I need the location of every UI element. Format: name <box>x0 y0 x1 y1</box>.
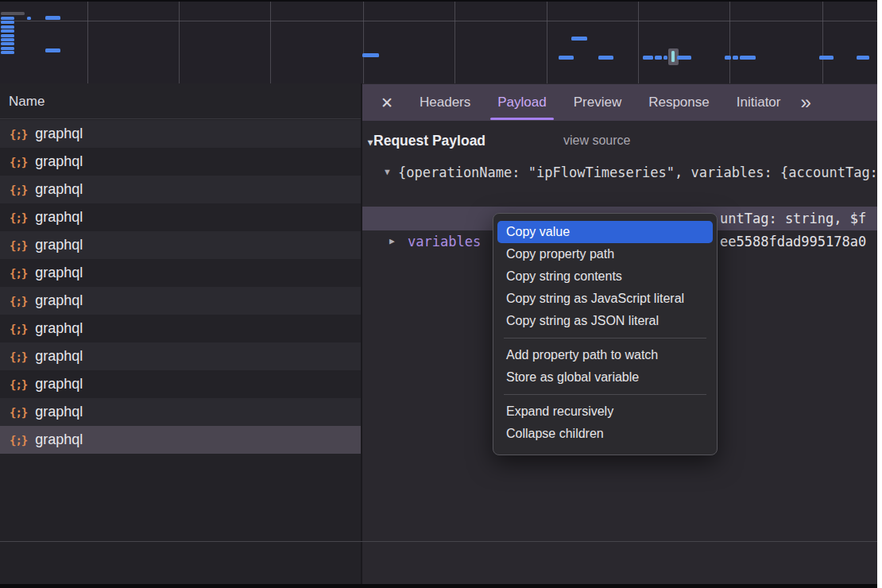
network-request-row[interactable]: {;}graphql <box>0 120 361 148</box>
overview-gridline <box>455 2 455 83</box>
context-menu-item[interactable]: Collapse children <box>493 423 717 445</box>
overview-request-bar <box>1 17 14 20</box>
overview-request-bar <box>733 56 738 60</box>
overview-request-bar <box>1 21 14 24</box>
more-tabs-icon[interactable]: » <box>800 84 810 121</box>
request-name-label: graphql <box>35 126 83 142</box>
tab-preview[interactable]: Preview <box>560 84 635 121</box>
overview-request-bar <box>1 51 14 54</box>
network-request-row[interactable]: {;}graphql <box>0 287 361 315</box>
view-source-link[interactable]: view source <box>563 131 630 150</box>
overview-gridline <box>729 2 730 83</box>
property-string-value-right: untTag: string, $f <box>720 207 866 230</box>
network-request-row[interactable]: {;}graphql <box>0 176 361 203</box>
overview-request-bar <box>725 56 731 60</box>
overview-request-bar <box>1 25 14 29</box>
screenshot-root: Name {;}graphql{;}graphql{;}graphql{;}gr… <box>0 0 882 588</box>
context-menu-item[interactable]: Store as global variable <box>493 366 717 389</box>
payload-preview-row[interactable]: ▼ {operationName: "ipFlowTimeseries", va… <box>362 161 877 184</box>
overview-gridline <box>822 2 823 83</box>
context-menu-item[interactable]: Copy string contents <box>493 265 717 288</box>
request-name-label: graphql <box>35 209 83 226</box>
overview-request-bar <box>663 56 667 60</box>
overview-request-bar <box>857 56 869 60</box>
overview-request-bar <box>362 53 379 57</box>
overview-request-bar <box>677 56 691 60</box>
network-request-row[interactable]: {;}graphql <box>0 203 361 231</box>
menu-separator <box>504 338 706 338</box>
request-name-label: graphql <box>35 320 83 337</box>
detail-tab-bar: ✕ HeadersPayloadPreviewResponseInitiator… <box>362 84 877 121</box>
overview-request-bar <box>45 16 60 20</box>
request-payload-section-header[interactable]: ▾Request Payload <box>368 131 485 150</box>
json-braces-icon: {;} <box>10 378 27 391</box>
collapsed-triangle-icon[interactable]: ▶ <box>389 230 395 253</box>
overview-request-bar <box>1 38 14 41</box>
tab-response[interactable]: Response <box>635 84 723 121</box>
json-braces-icon: {;} <box>10 406 27 419</box>
overview-horizontal-gridline <box>0 21 877 21</box>
context-menu: Copy valueCopy property pathCopy string … <box>493 213 718 455</box>
menu-separator <box>504 394 706 395</box>
request-name-label: graphql <box>35 431 83 448</box>
json-braces-icon: {;} <box>10 128 27 141</box>
tab-initiator[interactable]: Initiator <box>723 84 795 121</box>
request-name-label: graphql <box>35 348 83 365</box>
network-request-row[interactable]: {;}graphql <box>0 259 361 287</box>
request-name-label: graphql <box>35 292 83 309</box>
json-braces-icon: {;} <box>10 350 27 363</box>
json-braces-icon: {;} <box>10 434 27 447</box>
context-menu-item[interactable]: Expand recursively <box>493 400 717 423</box>
request-rows: {;}graphql{;}graphql{;}graphql{;}graphql… <box>0 120 361 454</box>
network-request-row[interactable]: {;}graphql <box>0 342 361 370</box>
network-overview[interactable] <box>0 0 877 83</box>
overview-request-bar <box>571 37 587 41</box>
overview-request-bar <box>598 56 613 60</box>
overview-gridline <box>270 2 271 83</box>
overview-request-bar <box>559 56 574 60</box>
json-braces-icon: {;} <box>10 323 27 335</box>
name-column-header[interactable]: Name <box>0 83 361 119</box>
tab-payload[interactable]: Payload <box>484 84 559 121</box>
json-braces-icon: {;} <box>10 267 27 280</box>
overview-gridline <box>638 2 639 83</box>
window-bottom-edge <box>0 584 877 588</box>
overview-request-bar <box>27 17 31 20</box>
context-menu-item[interactable]: Copy string as JavaScript literal <box>493 288 717 310</box>
network-request-row[interactable]: {;}graphql <box>0 398 361 426</box>
overview-request-bar <box>45 48 60 52</box>
context-menu-item[interactable]: Add property path to watch <box>493 344 717 366</box>
network-request-table: Name {;}graphql{;}graphql{;}graphql{;}gr… <box>0 83 361 584</box>
request-name-label: graphql <box>35 153 83 170</box>
tab-headers[interactable]: Headers <box>406 84 484 121</box>
overview-request-bar <box>1 47 14 50</box>
expanded-triangle-icon[interactable]: ▼ <box>385 161 390 184</box>
request-name-label: graphql <box>35 181 83 198</box>
request-name-label: graphql <box>35 265 83 281</box>
network-request-row[interactable]: {;}graphql <box>0 315 361 342</box>
json-braces-icon: {;} <box>10 156 27 168</box>
context-menu-item[interactable]: Copy value <box>497 221 713 243</box>
network-request-row[interactable]: {;}graphql <box>0 426 361 454</box>
property-preview-right: ee5588fdad995178a0 <box>720 230 866 253</box>
context-menu-item[interactable]: Copy property path <box>493 243 717 265</box>
overview-gridline <box>179 2 180 83</box>
property-key: variables <box>408 230 481 253</box>
overview-gridline <box>363 2 364 83</box>
overview-gridline <box>87 2 88 83</box>
network-request-row[interactable]: {;}graphql <box>0 148 361 176</box>
request-name-label: graphql <box>35 376 83 393</box>
close-icon[interactable]: ✕ <box>377 94 397 112</box>
overview-request-bar <box>671 51 675 62</box>
json-braces-icon: {;} <box>10 239 27 252</box>
overview-request-bar <box>643 56 653 60</box>
devtools-window: Name {;}graphql{;}graphql{;}graphql{;}gr… <box>0 0 877 588</box>
network-request-row[interactable]: {;}graphql <box>0 370 361 398</box>
context-menu-item[interactable]: Copy string as JSON literal <box>493 310 717 332</box>
json-braces-icon: {;} <box>10 295 27 308</box>
json-braces-icon: {;} <box>10 184 27 196</box>
network-request-row[interactable]: {;}graphql <box>0 231 361 259</box>
overview-request-bar <box>655 56 662 60</box>
json-braces-icon: {;} <box>10 211 27 224</box>
payload-property-operationName[interactable]: operationName: "ipFlowTimeseries" <box>362 184 877 207</box>
